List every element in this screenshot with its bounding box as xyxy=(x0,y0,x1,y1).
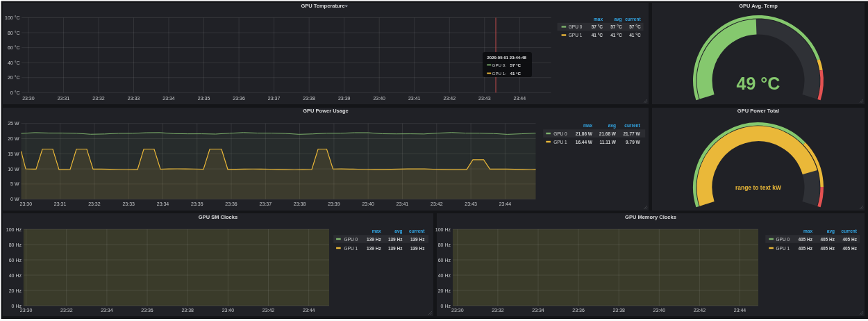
svg-text:21.68 W: 21.68 W xyxy=(599,131,617,136)
svg-text:current: current xyxy=(625,17,641,22)
svg-text:57 °C: 57 °C xyxy=(610,24,622,29)
svg-text:23:42: 23:42 xyxy=(262,308,275,313)
svg-text:60 °C: 60 °C xyxy=(8,45,20,50)
svg-text:23:40: 23:40 xyxy=(222,308,235,313)
svg-text:GPU 1: GPU 1 xyxy=(776,246,790,251)
svg-text:23:31: 23:31 xyxy=(58,96,70,101)
svg-text:23:36: 23:36 xyxy=(233,96,245,101)
svg-text:10 W: 10 W xyxy=(8,167,19,172)
svg-text:23:36: 23:36 xyxy=(572,308,585,313)
svg-text:20 W: 20 W xyxy=(8,136,19,141)
svg-text:139 Hz: 139 Hz xyxy=(410,246,425,251)
svg-text:max: max xyxy=(372,229,381,233)
svg-text:GPU 0: GPU 0 xyxy=(553,131,567,136)
svg-text:0 W: 0 W xyxy=(10,197,19,201)
svg-text:23:34: 23:34 xyxy=(532,308,544,313)
svg-text:41 °C: 41 °C xyxy=(629,33,641,38)
svg-text:max: max xyxy=(583,123,592,128)
svg-text:5 W: 5 W xyxy=(10,181,19,186)
svg-text:GPU Memory Clocks: GPU Memory Clocks xyxy=(625,214,676,220)
svg-text:GPU Power Total: GPU Power Total xyxy=(737,108,779,114)
svg-text:23:43: 23:43 xyxy=(465,201,477,206)
svg-text:405 Hz: 405 Hz xyxy=(798,246,812,251)
svg-text:23:34: 23:34 xyxy=(157,201,169,206)
svg-text:23:31: 23:31 xyxy=(54,201,67,206)
svg-text:40 Hz: 40 Hz xyxy=(438,273,451,278)
svg-text:60 Hz: 60 Hz xyxy=(438,258,451,263)
svg-text:23:35: 23:35 xyxy=(198,96,210,101)
svg-text:405 Hz: 405 Hz xyxy=(798,237,812,242)
svg-text:GPU Avg. Temp: GPU Avg. Temp xyxy=(739,3,778,9)
svg-text:41 °C: 41 °C xyxy=(510,71,521,76)
svg-text:23:35: 23:35 xyxy=(191,201,203,206)
svg-text:405 Hz: 405 Hz xyxy=(820,237,835,242)
svg-text:2020-05-01 23:44:48: 2020-05-01 23:44:48 xyxy=(487,56,527,60)
svg-text:57 °C: 57 °C xyxy=(592,24,603,29)
svg-text:23:38: 23:38 xyxy=(303,96,315,101)
svg-text:GPU 0: GPU 0 xyxy=(776,237,790,242)
svg-text:23:37: 23:37 xyxy=(260,201,272,206)
svg-text:23:44: 23:44 xyxy=(514,96,526,101)
svg-text:23:34: 23:34 xyxy=(162,96,175,101)
svg-text:23:37: 23:37 xyxy=(268,96,281,101)
svg-text:max: max xyxy=(803,229,812,233)
svg-text:16.44 W: 16.44 W xyxy=(576,140,593,145)
svg-text:GPU 0: GPU 0 xyxy=(344,237,358,242)
svg-text:23:38: 23:38 xyxy=(294,201,306,206)
svg-text:GPU 1: GPU 1 xyxy=(569,33,583,38)
svg-text:20 Hz: 20 Hz xyxy=(9,288,22,293)
svg-text:23:36: 23:36 xyxy=(225,201,237,206)
svg-text:23:32: 23:32 xyxy=(88,201,101,206)
svg-text:23:33: 23:33 xyxy=(122,201,135,206)
svg-text:avg: avg xyxy=(608,123,616,129)
svg-text:40 °C: 40 °C xyxy=(8,60,20,65)
svg-text:0 Hz: 0 Hz xyxy=(441,304,451,308)
svg-text:23:44: 23:44 xyxy=(499,201,512,206)
svg-text:0 °C: 0 °C xyxy=(10,90,20,95)
svg-text:100 °C: 100 °C xyxy=(5,15,19,20)
svg-text:current: current xyxy=(624,123,640,128)
svg-text:23:30: 23:30 xyxy=(20,201,33,206)
svg-text:23:39: 23:39 xyxy=(328,201,340,206)
svg-text:57 °C: 57 °C xyxy=(510,63,521,67)
svg-text:GPU Power Usage: GPU Power Usage xyxy=(303,108,348,114)
svg-text:80 Hz: 80 Hz xyxy=(438,242,451,247)
svg-text:20 °C: 20 °C xyxy=(8,75,20,80)
svg-text:100 Hz: 100 Hz xyxy=(6,227,22,232)
svg-text:23:40: 23:40 xyxy=(653,308,666,313)
svg-text:139 Hz: 139 Hz xyxy=(367,246,381,251)
svg-text:25 W: 25 W xyxy=(8,121,19,126)
svg-text:23:42: 23:42 xyxy=(694,308,706,313)
svg-text:GPU 1:: GPU 1: xyxy=(492,71,507,76)
svg-text:current: current xyxy=(842,229,858,233)
svg-text:23:30: 23:30 xyxy=(22,96,35,101)
svg-text:139 Hz: 139 Hz xyxy=(367,237,381,242)
svg-text:range to text kW: range to text kW xyxy=(735,184,782,191)
svg-text:23:30: 23:30 xyxy=(20,308,33,313)
svg-text:23:44: 23:44 xyxy=(303,308,315,313)
svg-text:21.86 W: 21.86 W xyxy=(576,131,593,136)
svg-text:23:41: 23:41 xyxy=(397,201,409,206)
svg-text:avg: avg xyxy=(614,17,621,22)
svg-text:23:32: 23:32 xyxy=(60,308,73,313)
svg-text:9.79 W: 9.79 W xyxy=(626,140,640,145)
svg-text:23:30: 23:30 xyxy=(451,308,464,313)
svg-text:60 Hz: 60 Hz xyxy=(9,258,22,263)
svg-text:139 Hz: 139 Hz xyxy=(410,237,425,242)
svg-text:23:39: 23:39 xyxy=(338,96,351,101)
svg-text:80 Hz: 80 Hz xyxy=(9,242,22,247)
svg-text:41 °C: 41 °C xyxy=(610,33,622,38)
svg-text:GPU 1: GPU 1 xyxy=(553,140,567,145)
svg-text:GPU 0: GPU 0 xyxy=(569,24,583,29)
svg-text:23:38: 23:38 xyxy=(181,308,194,313)
svg-text:57 °C: 57 °C xyxy=(629,24,641,29)
svg-text:avg: avg xyxy=(394,229,402,234)
svg-text:23:41: 23:41 xyxy=(408,96,421,101)
svg-text:23:32: 23:32 xyxy=(492,308,504,313)
svg-text:23:44: 23:44 xyxy=(734,308,746,313)
svg-text:41 °C: 41 °C xyxy=(592,33,603,38)
svg-text:GPU 1: GPU 1 xyxy=(344,246,358,251)
svg-text:100 Hz: 100 Hz xyxy=(435,227,451,232)
svg-text:avg: avg xyxy=(827,229,835,234)
svg-text:139 Hz: 139 Hz xyxy=(388,246,403,251)
